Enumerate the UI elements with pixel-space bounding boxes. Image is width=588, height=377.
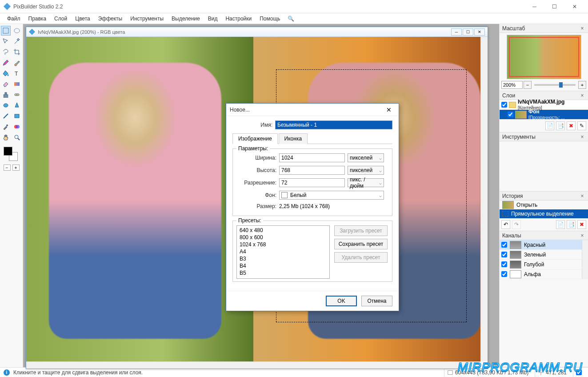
search-icon[interactable]: 🔍	[288, 16, 294, 22]
save-preset-button[interactable]: Сохранить пресет	[334, 239, 388, 249]
zoom-input[interactable]	[501, 81, 523, 89]
channel-visible-checkbox[interactable]	[501, 242, 507, 248]
tool-text[interactable]: T	[12, 68, 22, 78]
zoom-out-tool[interactable]: −	[4, 164, 11, 171]
window-minimize-button[interactable]: ─	[524, 0, 544, 13]
channel-row[interactable]: Зеленый	[500, 250, 588, 260]
history-new-button[interactable]: 📄	[556, 220, 565, 229]
tab-icon[interactable]: Иконка	[279, 133, 308, 144]
history-item[interactable]: Открыть	[500, 201, 588, 209]
width-input[interactable]	[279, 153, 345, 162]
preset-item[interactable]: A4	[238, 248, 328, 255]
zoom-in-button[interactable]: +	[578, 81, 586, 89]
preset-item[interactable]: 640 x 480	[238, 227, 328, 234]
layer-visible-checkbox[interactable]	[508, 112, 513, 117]
resolution-unit-select[interactable]: пикс. / дюйм	[348, 178, 384, 187]
tool-eraser[interactable]	[1, 79, 11, 89]
doc-minimize-button[interactable]: ─	[451, 28, 462, 36]
navigator-viewport[interactable]	[509, 37, 579, 77]
duplicate-layer-button[interactable]: 📑	[556, 121, 565, 130]
tool-move[interactable]	[1, 36, 11, 46]
channel-visible-checkbox[interactable]	[501, 252, 507, 257]
tool-heal[interactable]	[12, 90, 22, 100]
delete-layer-button[interactable]: ✖	[567, 121, 576, 130]
zoom-out-button[interactable]: −	[524, 81, 532, 89]
horizontal-scrollbar[interactable]	[26, 361, 480, 369]
menu-help[interactable]: Помощь	[256, 15, 284, 23]
load-preset-button[interactable]: Загрузить пресет	[334, 225, 388, 236]
undo-button[interactable]: ↶	[501, 220, 510, 229]
tool-brush[interactable]	[12, 58, 22, 68]
background-select[interactable]: Белый	[279, 191, 384, 200]
menu-effects[interactable]: Эффекты	[95, 15, 126, 23]
tool-eyedropper[interactable]	[1, 122, 11, 132]
tool-wand[interactable]	[12, 36, 22, 46]
tool-gradient[interactable]	[12, 79, 22, 89]
width-unit-select[interactable]: пикселей	[348, 153, 384, 162]
tool-lasso[interactable]	[1, 47, 11, 57]
tool-zoom[interactable]	[12, 132, 22, 142]
menu-layer[interactable]: Слой	[51, 15, 71, 23]
channel-row[interactable]: Красный	[500, 240, 588, 250]
menu-settings[interactable]: Настройки	[222, 15, 255, 23]
history-delete-button[interactable]: ✖	[577, 220, 586, 229]
history-snapshot-button[interactable]: 📑	[567, 220, 576, 229]
preset-item[interactable]: B5	[238, 269, 328, 277]
preset-item[interactable]: 800 x 600	[238, 234, 328, 241]
navigator-preview[interactable]	[507, 35, 581, 79]
height-unit-select[interactable]: пикселей	[348, 166, 384, 175]
tool-color-replace[interactable]	[12, 122, 22, 132]
layer-container-row[interactable]: IvNqVMAakXM.jpg [Контейнер]	[500, 100, 588, 110]
doc-close-button[interactable]: ✕	[474, 28, 485, 36]
menu-view[interactable]: Вид	[204, 15, 221, 23]
channel-visible-checkbox[interactable]	[501, 261, 507, 267]
delete-preset-button[interactable]: Удалить пресет	[334, 252, 388, 263]
menu-edit[interactable]: Правка	[25, 15, 50, 23]
channels-scrollbar[interactable]	[582, 240, 588, 279]
vertical-scrollbar[interactable]	[480, 37, 488, 361]
menu-file[interactable]: Файл	[4, 15, 24, 23]
height-input[interactable]	[279, 166, 345, 175]
tool-crop[interactable]	[12, 47, 22, 57]
tool-ellipse-select[interactable]	[12, 26, 22, 36]
history-item[interactable]: Прямоульное выделение	[500, 209, 588, 218]
tool-smudge[interactable]	[1, 100, 11, 110]
document-titlebar[interactable]: IvNqVMAakXM.jpg (200%) - RGB цвета ─ ☐ ✕	[26, 27, 488, 37]
menu-selection[interactable]: Выделение	[168, 15, 204, 23]
zoom-in-tool[interactable]: +	[12, 164, 20, 171]
zoom-slider[interactable]	[534, 84, 576, 86]
menu-colors[interactable]: Цвета	[72, 15, 93, 23]
tool-line[interactable]	[1, 111, 11, 121]
menu-tools[interactable]: Инструменты	[127, 15, 167, 23]
preset-item[interactable]: B4	[238, 262, 328, 269]
preset-item[interactable]: B3	[238, 255, 328, 262]
layer-row[interactable]: Фон [Прозрачность: ...	[500, 110, 588, 120]
tool-pencil[interactable]	[1, 58, 11, 68]
tab-image[interactable]: Изображение	[232, 133, 278, 144]
preset-item[interactable]: 1024 x 768	[238, 241, 328, 248]
tool-rect-select[interactable]	[1, 26, 11, 36]
history-close-icon[interactable]: ×	[579, 193, 585, 199]
doc-maximize-button[interactable]: ☐	[463, 28, 473, 36]
new-layer-button[interactable]: 📄	[545, 121, 554, 130]
layer-visible-checkbox[interactable]	[501, 102, 507, 108]
tool-hand[interactable]	[1, 132, 11, 142]
channels-close-icon[interactable]: ×	[579, 233, 585, 239]
foreground-color[interactable]	[4, 147, 12, 156]
preset-list[interactable]: 640 x 480 800 x 600 1024 x 768 A4 B3 B4 …	[236, 225, 330, 279]
ok-button[interactable]: OK	[326, 296, 357, 306]
channel-row[interactable]: Голубой	[500, 260, 588, 269]
channel-visible-checkbox[interactable]	[501, 271, 507, 277]
dialog-close-button[interactable]: ✕	[383, 104, 395, 115]
tool-fill[interactable]	[1, 68, 11, 78]
dialog-titlebar[interactable]: Новое... ✕	[226, 104, 399, 116]
tools-panel-close-icon[interactable]: ×	[579, 134, 585, 140]
layer-properties-button[interactable]: ✎	[577, 121, 586, 130]
tool-stamp[interactable]	[1, 90, 11, 100]
tool-shape[interactable]	[12, 111, 22, 121]
navigator-close-icon[interactable]: ×	[579, 25, 585, 32]
cancel-button[interactable]: Отмена	[361, 296, 392, 306]
channel-row[interactable]: Альфа	[500, 269, 588, 279]
color-swatch[interactable]	[4, 147, 18, 161]
redo-button[interactable]: ↷	[512, 220, 521, 229]
